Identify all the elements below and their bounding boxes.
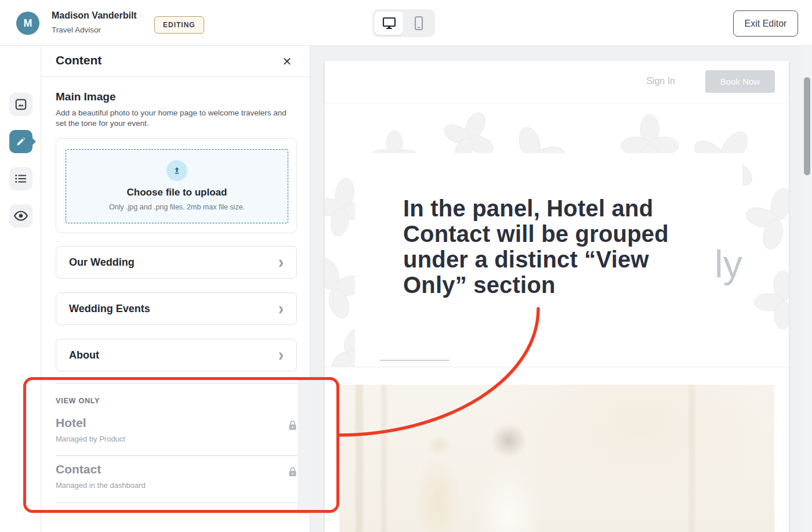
hero-divider-rule <box>380 360 449 361</box>
main-image-heading: Main Image <box>56 91 115 103</box>
preview-scrollbar-track[interactable] <box>802 46 812 532</box>
section-item-about[interactable]: About › <box>56 339 297 371</box>
exit-editor-button[interactable]: Exit Editor <box>733 10 798 37</box>
lock-icon <box>288 466 297 477</box>
editor-page: M Madison Vanderbilt Travel Advisor EDIT… <box>0 0 812 532</box>
device-toggle <box>372 9 435 37</box>
rail-item-edit-content[interactable] <box>9 130 32 153</box>
rail-item-main-image[interactable] <box>9 93 32 116</box>
section-label: About <box>69 349 99 361</box>
top-header: M Madison Vanderbilt Travel Advisor EDIT… <box>0 0 812 46</box>
view-only-note: Managed in the dashboard <box>56 481 146 490</box>
image-icon <box>14 98 27 111</box>
site-nav: Sign In Book Now <box>325 61 789 103</box>
lock-icon <box>288 420 297 430</box>
hero-section: ly In the panel, Hotel and Contact will … <box>325 103 789 367</box>
desktop-view-button[interactable] <box>375 12 403 35</box>
faded-site-heading: ly <box>715 242 742 286</box>
section-label: Our Wedding <box>69 256 135 269</box>
list-icon <box>14 173 27 184</box>
view-only-note: Managed by Product <box>56 435 125 443</box>
annotation-heading-line: Only” section <box>403 272 693 298</box>
section-item-our-wedding[interactable]: Our Wedding › <box>56 246 297 278</box>
user-role: Travel Advisor <box>52 26 101 34</box>
upload-hint: Only .jpg and .png files. 2mb max file s… <box>66 203 288 211</box>
mobile-view-button[interactable] <box>404 12 433 35</box>
upload-label: Choose file to upload <box>66 187 288 198</box>
upload-circle <box>166 160 187 181</box>
divider <box>56 455 297 456</box>
file-upload-dropzone[interactable]: Choose file to upload Only .jpg and .png… <box>66 149 288 223</box>
panel-title: Content <box>56 53 102 67</box>
divider <box>56 383 297 383</box>
annotation-heading-line: Contact will be grouped <box>403 221 693 247</box>
couple-photo <box>339 385 774 532</box>
annotation-heading-line: under a distinct “View <box>403 247 693 272</box>
view-only-heading: VIEW ONLY <box>56 397 100 405</box>
view-only-item-hotel: Hotel <box>56 416 86 430</box>
rail-item-sections[interactable] <box>9 167 32 190</box>
main-image-description: Add a beautiful photo to your home page … <box>56 108 295 129</box>
chevron-right-icon: › <box>278 302 284 316</box>
avatar: M <box>16 12 39 35</box>
upload-icon <box>172 166 182 175</box>
section-item-wedding-events[interactable]: Wedding Events › <box>56 292 297 325</box>
sign-in-link[interactable]: Sign In <box>646 76 675 86</box>
content-panel: Content ✕ Main Image Add a beautiful pho… <box>41 46 310 532</box>
site-frame: Sign In Book Now <box>325 61 789 532</box>
avatar-initial: M <box>24 17 32 30</box>
panel-header: Content ✕ <box>41 46 310 77</box>
chevron-right-icon: › <box>278 256 284 269</box>
desktop-icon <box>382 16 397 30</box>
preview-scrollbar-thumb[interactable] <box>804 77 810 175</box>
book-now-button[interactable]: Book Now <box>705 70 775 93</box>
eye-icon <box>14 211 28 221</box>
divider <box>56 502 297 503</box>
annotation-heading: In the panel, Hotel and Contact will be … <box>403 196 693 298</box>
mobile-icon <box>414 16 424 31</box>
rail-item-preview[interactable] <box>9 204 32 227</box>
close-icon[interactable]: ✕ <box>280 54 295 69</box>
site-preview-pane: Sign In Book Now <box>310 46 812 532</box>
pencil-icon <box>15 136 27 147</box>
user-name: Madison Vanderbilt <box>52 10 137 21</box>
chevron-right-icon: › <box>278 349 284 362</box>
annotation-heading-line: In the panel, Hotel and <box>403 196 693 221</box>
panel-scrollbar-track[interactable] <box>298 378 310 514</box>
view-only-item-contact: Contact <box>56 462 101 476</box>
tool-rail <box>0 46 41 532</box>
editing-badge: EDITING <box>154 16 204 34</box>
section-label: Wedding Events <box>69 303 150 315</box>
upload-card: Choose file to upload Only .jpg and .png… <box>56 138 297 233</box>
